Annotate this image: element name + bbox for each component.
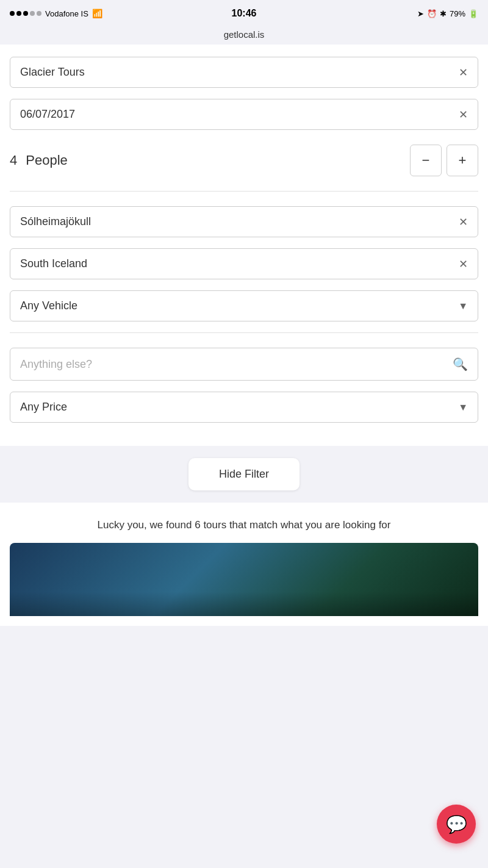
glacier-clear-button[interactable]: ✕ xyxy=(459,217,468,228)
tour-card-preview[interactable] xyxy=(0,543,488,626)
status-time: 10:46 xyxy=(232,8,257,19)
anything-else-placeholder: Anything else? xyxy=(20,358,92,371)
hide-filter-area: Hide Filter xyxy=(0,446,488,503)
chat-icon: 💬 xyxy=(446,814,467,834)
url-bar: getlocal.is xyxy=(0,27,488,45)
main-content: Glacier Tours ✕ 06/07/2017 ✕ 4 People − … xyxy=(0,45,488,446)
status-bar: Vodafone IS 📶 10:46 ➤ ⏰ ✱ 79% 🔋 xyxy=(0,0,488,27)
signal-dot-4 xyxy=(30,11,35,16)
price-value: Any Price xyxy=(20,401,67,414)
date-clear-button[interactable]: ✕ xyxy=(459,109,468,120)
tour-card-image xyxy=(10,543,478,616)
anything-else-field[interactable]: Anything else? 🔍 xyxy=(10,348,478,381)
search-value: Glacier Tours xyxy=(20,66,85,79)
wifi-icon: 📶 xyxy=(92,9,102,18)
location-clear-button[interactable]: ✕ xyxy=(459,259,468,270)
url-text: getlocal.is xyxy=(224,29,265,40)
battery-percentage: 79% xyxy=(450,9,465,18)
decrement-people-button[interactable]: − xyxy=(410,145,442,176)
price-chevron-down-icon: ▼ xyxy=(458,402,468,413)
location-value: South Iceland xyxy=(20,257,87,270)
status-left: Vodafone IS 📶 xyxy=(10,9,102,18)
signal-dot-1 xyxy=(10,11,15,16)
divider-1 xyxy=(10,191,478,192)
signal-dot-5 xyxy=(37,11,41,16)
chat-fab-button[interactable]: 💬 xyxy=(437,805,476,844)
glacier-field[interactable]: Sólheimajökull ✕ xyxy=(10,206,478,237)
signal-dot-2 xyxy=(16,11,21,16)
vehicle-value: Any Vehicle xyxy=(20,299,77,312)
carrier-label: Vodafone IS xyxy=(45,9,88,18)
status-right: ➤ ⏰ ✱ 79% 🔋 xyxy=(417,9,478,18)
results-section: Lucky you, we found 6 tours that match w… xyxy=(0,503,488,543)
vehicle-chevron-down-icon: ▼ xyxy=(458,301,468,312)
glacier-value: Sólheimajökull xyxy=(20,215,91,228)
people-count: 4 xyxy=(10,152,17,168)
date-value: 06/07/2017 xyxy=(20,108,75,121)
increment-people-button[interactable]: + xyxy=(447,145,478,176)
location-field[interactable]: South Iceland ✕ xyxy=(10,248,478,279)
date-field[interactable]: 06/07/2017 ✕ xyxy=(10,99,478,130)
people-label: People xyxy=(26,152,405,168)
search-field[interactable]: Glacier Tours ✕ xyxy=(10,57,478,88)
people-row: 4 People − + xyxy=(10,141,478,180)
signal-dots xyxy=(10,11,41,16)
price-dropdown[interactable]: Any Price ▼ xyxy=(10,392,478,423)
battery-icon: 🔋 xyxy=(468,9,478,18)
search-clear-button[interactable]: ✕ xyxy=(459,67,468,78)
results-text: Lucky you, we found 6 tours that match w… xyxy=(12,517,476,533)
hide-filter-button[interactable]: Hide Filter xyxy=(188,458,300,490)
vehicle-dropdown[interactable]: Any Vehicle ▼ xyxy=(10,290,478,321)
bluetooth-icon: ✱ xyxy=(440,9,447,18)
search-icon: 🔍 xyxy=(453,357,468,371)
signal-dot-3 xyxy=(23,11,28,16)
divider-2 xyxy=(10,332,478,333)
location-icon: ➤ xyxy=(417,9,424,18)
alarm-icon: ⏰ xyxy=(427,9,437,18)
